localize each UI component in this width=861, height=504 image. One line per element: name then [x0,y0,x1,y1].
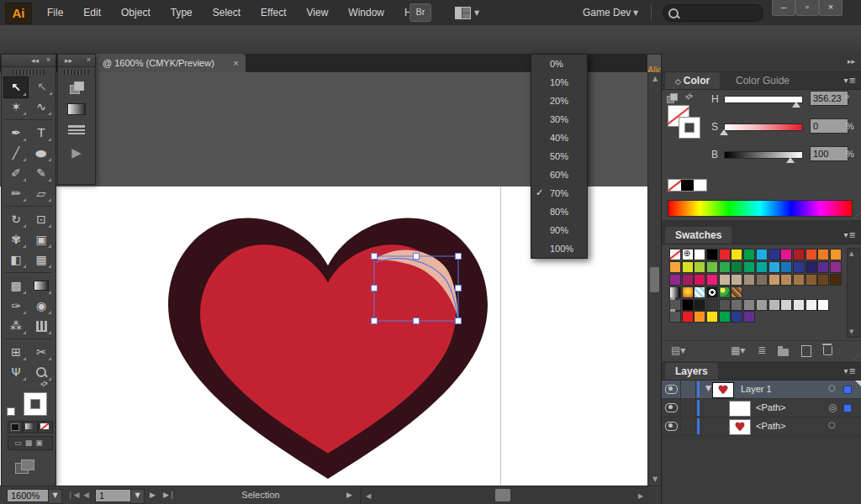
layer-name[interactable]: <Path> [756,402,785,412]
swap-colors-icon[interactable]: ⇆ [683,91,695,102]
horizontal-scroll-thumb[interactable] [495,489,510,501]
swatch[interactable] [756,299,768,311]
lasso-tool-icon[interactable]: ∿ [29,97,53,117]
menu-effect[interactable]: Effect [251,0,296,25]
tab-color-guide[interactable]: Color Guide [726,72,800,89]
vertical-scrollbar[interactable]: ▲ ▼ [647,72,662,486]
swatch[interactable] [769,249,780,260]
none-mode-button[interactable] [38,421,53,433]
perspective-grid-tool-icon[interactable]: ▦ [29,249,53,270]
free-transform-tool-icon[interactable]: ▣ [29,229,53,249]
swatch[interactable] [731,311,742,323]
swatch[interactable] [806,249,817,260]
swatches-panel-menu-icon[interactable]: ▾≣ [844,230,857,239]
swatch-none[interactable] [669,249,681,260]
collapse-panel-icon[interactable]: ◂◂ [31,56,39,65]
selection-handle[interactable] [456,318,462,324]
new-swatch-icon[interactable] [801,345,811,357]
eyedropper-tool-icon[interactable]: ✑ [4,296,28,316]
swatch[interactable] [817,249,829,260]
layers-panel-menu-icon[interactable]: ▾≣ [844,366,857,375]
target-circle-icon[interactable]: ○ [828,383,836,392]
horizontal-scrollbar[interactable]: ◀ ▶ [360,486,648,504]
search-input[interactable] [663,4,763,22]
workspace-dropdown-icon[interactable]: ▼ [633,9,638,17]
swatch[interactable] [719,249,731,260]
swatch[interactable] [694,261,705,273]
brightness-value-field[interactable]: 100 [810,146,848,161]
swatch-pattern[interactable] [706,286,718,298]
swatch[interactable] [743,299,755,311]
swatch[interactable] [669,274,681,286]
opacity-option-50[interactable]: 50% [531,147,587,165]
lock-toggle-cell[interactable] [680,381,696,398]
color-group-folder-icon[interactable] [669,299,681,311]
heart-artwork[interactable] [156,213,500,479]
workspace-switcher[interactable]: Game Dev [583,7,631,18]
swatch[interactable] [731,261,742,273]
saturation-slider-handle[interactable] [720,129,728,135]
swatch[interactable] [806,299,817,311]
lock-toggle-cell[interactable] [680,417,696,435]
new-color-group-icon[interactable] [778,349,789,356]
tab-color[interactable]: ◇ Color [665,72,720,89]
ellipse-tool-icon[interactable]: ● [29,143,53,163]
selection-handle[interactable] [414,318,420,324]
opacity-option-70[interactable]: 70%✓ [531,184,587,202]
document-tab-close-icon[interactable]: × [234,54,239,72]
menu-window[interactable]: Window [338,0,394,25]
opacity-option-90[interactable]: 90% [531,221,587,239]
gradient-panel-icon[interactable] [67,103,86,115]
swatch[interactable] [706,261,718,273]
color-panel-menu-icon[interactable]: ▾≣ [844,76,857,85]
scale-tool-icon[interactable]: ⊡ [29,209,53,229]
swatch[interactable] [780,274,792,286]
line-tool-icon[interactable]: ╱ [4,143,28,163]
gradient-mode-button[interactable] [23,421,38,433]
swatch[interactable] [817,261,829,273]
swatch[interactable] [719,261,731,273]
artboard-dropdown[interactable]: ▼ [130,489,145,504]
layer-row[interactable]: <Path>◎ [662,399,861,417]
swatch-kinds-icon[interactable]: ▦▾ [731,344,745,356]
selection-handle[interactable] [456,254,462,260]
next-artboard-icon[interactable]: ▶ [150,491,156,499]
collapse-dock-icon[interactable]: ▸▸ [848,57,855,66]
menu-view[interactable]: View [297,0,339,25]
swatch[interactable] [830,261,842,273]
zoom-dropdown[interactable]: ▼ [48,489,62,504]
opacity-option-100[interactable]: 100% [531,239,587,258]
tab-swatches[interactable]: Swatches [665,227,732,244]
paintbrush-tool-icon[interactable]: ✐ [4,163,28,183]
swatch[interactable] [780,299,792,311]
visibility-eye-icon[interactable] [665,403,678,412]
swatch[interactable] [706,274,718,286]
swatch[interactable] [682,299,694,311]
artboard-number-field[interactable]: 1 [95,489,134,502]
minimize-button[interactable]: – [772,0,795,16]
close-panel-icon[interactable]: × [46,55,50,64]
document-tab[interactable]: @ 1600% (CMYK/Preview) × [92,54,246,72]
swatch-pattern[interactable] [682,286,694,298]
prev-artboard-icon[interactable]: ◀ [83,491,89,499]
swatch[interactable] [743,274,755,286]
white-chip[interactable] [694,180,706,191]
magic-wand-tool-icon[interactable]: ✶ [4,97,28,117]
hue-slider[interactable] [724,96,803,103]
tab-layers[interactable]: Layers [665,363,718,380]
swatch[interactable] [756,274,768,286]
layer-thumbnail[interactable]: ♥ [712,382,734,398]
selection-tool-icon[interactable]: ↖ [3,76,29,98]
swatch[interactable] [706,249,718,260]
selection-handle[interactable] [456,286,462,291]
stroke-panel-icon[interactable] [68,125,85,135]
selection-handle[interactable] [372,254,378,260]
opacity-option-80[interactable]: 80% [531,202,587,221]
color-group-folder-icon[interactable] [669,311,681,323]
swatch[interactable] [694,311,705,323]
direct-selection-tool-icon[interactable]: ↖ [30,76,54,97]
opacity-option-20[interactable]: 20% [531,92,587,110]
swatch[interactable] [694,274,705,286]
hue-slider-handle[interactable] [792,102,800,108]
stroke-chip[interactable] [24,392,47,416]
